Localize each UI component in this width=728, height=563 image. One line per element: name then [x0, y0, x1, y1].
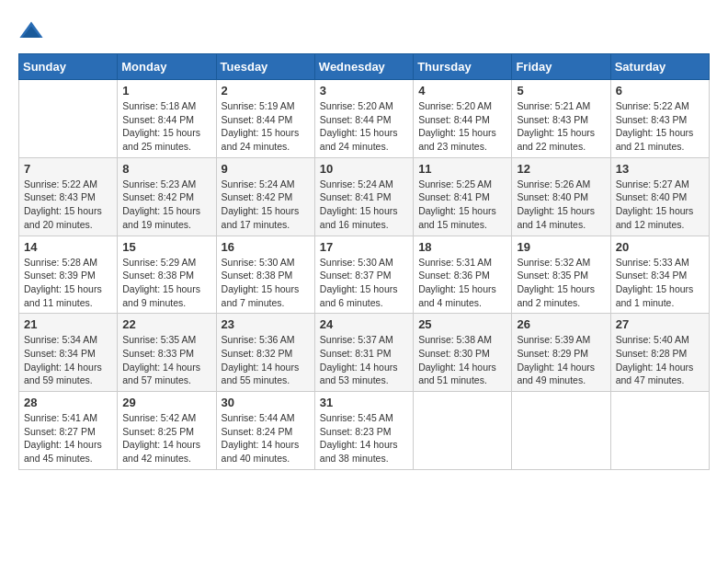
day-number: 19 [517, 240, 605, 254]
day-number: 13 [616, 162, 704, 176]
calendar-cell: 13Sunrise: 5:27 AM Sunset: 8:40 PM Dayli… [610, 157, 709, 236]
day-info: Sunrise: 5:31 AM Sunset: 8:36 PM Dayligh… [418, 256, 506, 310]
calendar-cell: 5Sunrise: 5:21 AM Sunset: 8:43 PM Daylig… [512, 80, 610, 158]
day-info: Sunrise: 5:26 AM Sunset: 8:40 PM Dayligh… [517, 178, 605, 232]
day-info: Sunrise: 5:18 AM Sunset: 8:44 PM Dayligh… [122, 99, 210, 154]
day-number: 31 [320, 396, 408, 409]
day-info: Sunrise: 5:44 AM Sunset: 8:24 PM Dayligh… [222, 411, 310, 465]
calendar-cell: 29Sunrise: 5:42 AM Sunset: 8:25 PM Dayli… [118, 392, 216, 470]
day-number: 15 [122, 240, 210, 254]
calendar-cell: 14Sunrise: 5:28 AM Sunset: 8:39 PM Dayli… [19, 236, 118, 314]
day-info: Sunrise: 5:30 AM Sunset: 8:38 PM Dayligh… [222, 256, 310, 310]
day-number: 30 [222, 396, 310, 409]
calendar-cell: 24Sunrise: 5:37 AM Sunset: 8:31 PM Dayli… [314, 314, 413, 392]
calendar-cell: 28Sunrise: 5:41 AM Sunset: 8:27 PM Dayli… [19, 392, 118, 470]
calendar-cell: 7Sunrise: 5:22 AM Sunset: 8:43 PM Daylig… [19, 157, 118, 236]
day-number: 12 [517, 162, 605, 176]
day-number: 10 [320, 162, 408, 176]
calendar-week-row: 7Sunrise: 5:22 AM Sunset: 8:43 PM Daylig… [19, 157, 710, 236]
day-info: Sunrise: 5:37 AM Sunset: 8:31 PM Dayligh… [320, 333, 408, 387]
day-header-tuesday: Tuesday [216, 54, 314, 80]
day-info: Sunrise: 5:22 AM Sunset: 8:43 PM Dayligh… [24, 178, 112, 232]
calendar-cell: 1Sunrise: 5:18 AM Sunset: 8:44 PM Daylig… [118, 80, 216, 158]
day-header-wednesday: Wednesday [314, 54, 413, 80]
day-info: Sunrise: 5:45 AM Sunset: 8:23 PM Dayligh… [320, 411, 408, 465]
calendar-cell: 22Sunrise: 5:35 AM Sunset: 8:33 PM Dayli… [118, 314, 216, 392]
day-info: Sunrise: 5:32 AM Sunset: 8:35 PM Dayligh… [517, 256, 605, 310]
day-header-monday: Monday [118, 54, 216, 80]
day-info: Sunrise: 5:25 AM Sunset: 8:41 PM Dayligh… [418, 178, 506, 232]
day-number: 23 [222, 317, 310, 331]
calendar-cell: 27Sunrise: 5:40 AM Sunset: 8:28 PM Dayli… [610, 314, 709, 392]
logo [18, 18, 48, 44]
calendar-cell: 3Sunrise: 5:20 AM Sunset: 8:44 PM Daylig… [314, 80, 413, 158]
day-info: Sunrise: 5:38 AM Sunset: 8:30 PM Dayligh… [418, 333, 506, 387]
calendar-table: SundayMondayTuesdayWednesdayThursdayFrid… [18, 53, 710, 470]
calendar-cell: 26Sunrise: 5:39 AM Sunset: 8:29 PM Dayli… [512, 314, 610, 392]
day-header-thursday: Thursday [414, 54, 512, 80]
day-number: 5 [517, 84, 605, 98]
calendar-cell: 15Sunrise: 5:29 AM Sunset: 8:38 PM Dayli… [118, 236, 216, 314]
day-number: 24 [320, 317, 408, 331]
day-number: 20 [616, 240, 704, 254]
calendar-cell: 31Sunrise: 5:45 AM Sunset: 8:23 PM Dayli… [314, 392, 413, 470]
day-number: 2 [222, 84, 310, 98]
day-number: 22 [122, 317, 210, 331]
calendar-cell: 16Sunrise: 5:30 AM Sunset: 8:38 PM Dayli… [216, 236, 314, 314]
day-info: Sunrise: 5:36 AM Sunset: 8:32 PM Dayligh… [222, 333, 310, 387]
day-info: Sunrise: 5:40 AM Sunset: 8:28 PM Dayligh… [616, 333, 704, 387]
day-header-friday: Friday [512, 54, 610, 80]
calendar-cell: 25Sunrise: 5:38 AM Sunset: 8:30 PM Dayli… [414, 314, 512, 392]
calendar-header-row: SundayMondayTuesdayWednesdayThursdayFrid… [19, 54, 710, 80]
calendar-cell [19, 80, 118, 158]
calendar-cell: 23Sunrise: 5:36 AM Sunset: 8:32 PM Dayli… [216, 314, 314, 392]
calendar-cell [414, 392, 512, 470]
day-info: Sunrise: 5:20 AM Sunset: 8:44 PM Dayligh… [418, 99, 506, 154]
day-number: 6 [616, 84, 704, 98]
calendar-cell: 30Sunrise: 5:44 AM Sunset: 8:24 PM Dayli… [216, 392, 314, 470]
calendar-cell: 21Sunrise: 5:34 AM Sunset: 8:34 PM Dayli… [19, 314, 118, 392]
calendar-cell: 8Sunrise: 5:23 AM Sunset: 8:42 PM Daylig… [118, 157, 216, 236]
day-number: 11 [418, 162, 506, 176]
day-number: 17 [320, 240, 408, 254]
day-info: Sunrise: 5:23 AM Sunset: 8:42 PM Dayligh… [122, 178, 210, 232]
day-info: Sunrise: 5:19 AM Sunset: 8:44 PM Dayligh… [222, 99, 310, 154]
day-number: 26 [517, 317, 605, 331]
calendar-cell: 18Sunrise: 5:31 AM Sunset: 8:36 PM Dayli… [414, 236, 512, 314]
day-info: Sunrise: 5:22 AM Sunset: 8:43 PM Dayligh… [616, 99, 704, 154]
day-info: Sunrise: 5:33 AM Sunset: 8:34 PM Dayligh… [616, 256, 704, 310]
day-info: Sunrise: 5:34 AM Sunset: 8:34 PM Dayligh… [24, 333, 112, 387]
day-info: Sunrise: 5:35 AM Sunset: 8:33 PM Dayligh… [122, 333, 210, 387]
day-number: 27 [616, 317, 704, 331]
day-info: Sunrise: 5:42 AM Sunset: 8:25 PM Dayligh… [122, 411, 210, 465]
day-number: 1 [122, 84, 210, 98]
day-number: 25 [418, 317, 506, 331]
day-number: 21 [24, 317, 112, 331]
calendar-cell: 17Sunrise: 5:30 AM Sunset: 8:37 PM Dayli… [314, 236, 413, 314]
day-info: Sunrise: 5:24 AM Sunset: 8:41 PM Dayligh… [320, 178, 408, 232]
day-info: Sunrise: 5:20 AM Sunset: 8:44 PM Dayligh… [320, 99, 408, 154]
day-header-sunday: Sunday [19, 54, 118, 80]
logo-icon [18, 18, 44, 44]
day-number: 3 [320, 84, 408, 98]
calendar-cell: 10Sunrise: 5:24 AM Sunset: 8:41 PM Dayli… [314, 157, 413, 236]
calendar-cell: 12Sunrise: 5:26 AM Sunset: 8:40 PM Dayli… [512, 157, 610, 236]
calendar-cell: 9Sunrise: 5:24 AM Sunset: 8:42 PM Daylig… [216, 157, 314, 236]
day-info: Sunrise: 5:24 AM Sunset: 8:42 PM Dayligh… [222, 178, 310, 232]
day-info: Sunrise: 5:41 AM Sunset: 8:27 PM Dayligh… [24, 411, 112, 465]
day-number: 29 [122, 396, 210, 409]
day-header-saturday: Saturday [610, 54, 709, 80]
day-number: 8 [122, 162, 210, 176]
day-number: 4 [418, 84, 506, 98]
day-number: 28 [24, 396, 112, 409]
day-info: Sunrise: 5:30 AM Sunset: 8:37 PM Dayligh… [320, 256, 408, 310]
day-number: 14 [24, 240, 112, 254]
calendar-cell: 6Sunrise: 5:22 AM Sunset: 8:43 PM Daylig… [610, 80, 709, 158]
calendar-cell [610, 392, 709, 470]
calendar-cell [512, 392, 610, 470]
day-info: Sunrise: 5:29 AM Sunset: 8:38 PM Dayligh… [122, 256, 210, 310]
calendar-cell: 19Sunrise: 5:32 AM Sunset: 8:35 PM Dayli… [512, 236, 610, 314]
calendar-week-row: 28Sunrise: 5:41 AM Sunset: 8:27 PM Dayli… [19, 392, 710, 470]
day-number: 9 [222, 162, 310, 176]
day-info: Sunrise: 5:28 AM Sunset: 8:39 PM Dayligh… [24, 256, 112, 310]
